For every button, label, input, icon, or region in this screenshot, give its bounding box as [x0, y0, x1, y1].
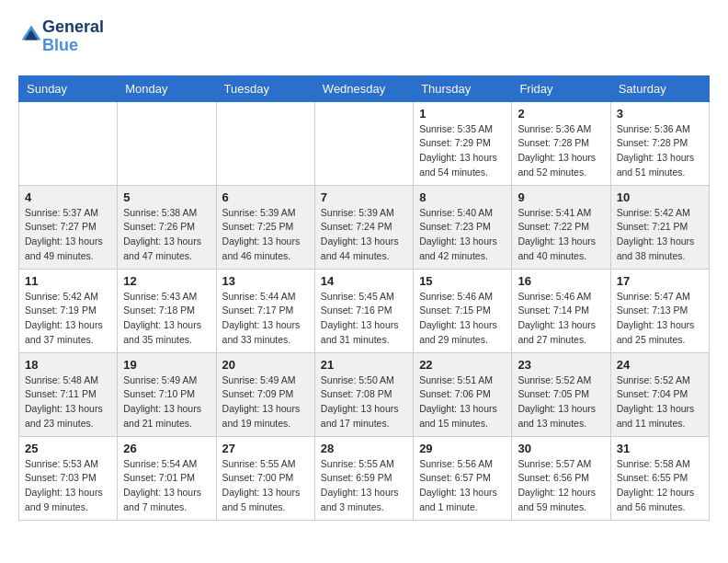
calendar-cell: 21Sunrise: 5:50 AMSunset: 7:08 PMDayligh…: [314, 352, 413, 436]
day-number: 27: [222, 442, 309, 455]
day-number: 4: [25, 190, 111, 204]
calendar-cell: 23Sunrise: 5:52 AMSunset: 7:05 PMDayligh…: [512, 352, 610, 436]
day-number: 25: [25, 442, 111, 455]
calendar-cell: 15Sunrise: 5:46 AMSunset: 7:15 PMDayligh…: [414, 269, 512, 352]
day-info: Sunrise: 5:44 AMSunset: 7:17 PMDaylight:…: [222, 290, 309, 348]
day-info: Sunrise: 5:47 AMSunset: 7:13 PMDaylight:…: [617, 290, 703, 348]
calendar-cell: 7Sunrise: 5:39 AMSunset: 7:24 PMDaylight…: [314, 185, 413, 269]
day-number: 28: [321, 442, 407, 455]
day-info: Sunrise: 5:49 AMSunset: 7:10 PMDaylight:…: [123, 373, 210, 431]
calendar-cell: [216, 101, 314, 185]
calendar-cell: 11Sunrise: 5:42 AMSunset: 7:19 PMDayligh…: [19, 269, 118, 352]
day-number: 13: [222, 274, 309, 288]
calendar-cell: 17Sunrise: 5:47 AMSunset: 7:13 PMDayligh…: [610, 269, 709, 352]
day-number: 10: [617, 190, 703, 204]
day-info: Sunrise: 5:36 AMSunset: 7:28 PMDaylight:…: [617, 122, 703, 180]
calendar-cell: 3Sunrise: 5:36 AMSunset: 7:28 PMDaylight…: [610, 101, 709, 185]
calendar-cell: 8Sunrise: 5:40 AMSunset: 7:23 PMDaylight…: [414, 185, 512, 269]
weekday-header: Thursday: [414, 75, 512, 101]
calendar-cell: 12Sunrise: 5:43 AMSunset: 7:18 PMDayligh…: [118, 269, 216, 352]
calendar-cell: [118, 101, 216, 185]
day-info: Sunrise: 5:55 AMSunset: 7:00 PMDaylight:…: [222, 457, 309, 515]
day-info: Sunrise: 5:39 AMSunset: 7:25 PMDaylight:…: [222, 206, 309, 264]
day-info: Sunrise: 5:43 AMSunset: 7:18 PMDaylight:…: [123, 290, 210, 348]
weekday-header: Tuesday: [216, 75, 314, 101]
calendar-cell: 10Sunrise: 5:42 AMSunset: 7:21 PMDayligh…: [610, 185, 709, 269]
day-info: Sunrise: 5:39 AMSunset: 7:24 PMDaylight:…: [321, 206, 407, 264]
day-info: Sunrise: 5:54 AMSunset: 7:01 PMDaylight:…: [123, 457, 210, 515]
day-info: Sunrise: 5:58 AMSunset: 6:55 PMDaylight:…: [617, 457, 703, 515]
calendar-cell: 27Sunrise: 5:55 AMSunset: 7:00 PMDayligh…: [216, 436, 314, 520]
calendar-cell: 5Sunrise: 5:38 AMSunset: 7:26 PMDaylight…: [118, 185, 216, 269]
day-number: 16: [518, 274, 604, 288]
day-info: Sunrise: 5:52 AMSunset: 7:05 PMDaylight:…: [518, 373, 604, 431]
day-number: 22: [419, 358, 506, 372]
weekday-header: Friday: [512, 75, 610, 101]
day-number: 9: [518, 190, 604, 204]
weekday-header: Monday: [118, 75, 216, 101]
day-info: Sunrise: 5:36 AMSunset: 7:28 PMDaylight:…: [518, 122, 604, 180]
logo-general: General: [42, 18, 104, 37]
day-info: Sunrise: 5:35 AMSunset: 7:29 PMDaylight:…: [419, 122, 506, 180]
day-number: 8: [419, 190, 506, 204]
day-info: Sunrise: 5:48 AMSunset: 7:11 PMDaylight:…: [25, 373, 111, 431]
day-number: 23: [518, 358, 604, 372]
day-number: 12: [123, 274, 210, 288]
day-number: 21: [321, 358, 407, 372]
calendar-cell: [19, 101, 118, 185]
day-info: Sunrise: 5:46 AMSunset: 7:14 PMDaylight:…: [518, 290, 604, 348]
day-number: 19: [123, 358, 210, 372]
calendar-cell: 1Sunrise: 5:35 AMSunset: 7:29 PMDaylight…: [414, 101, 512, 185]
calendar-cell: 14Sunrise: 5:45 AMSunset: 7:16 PMDayligh…: [314, 269, 413, 352]
day-number: 30: [518, 442, 604, 455]
day-number: 6: [222, 190, 309, 204]
calendar-cell: 28Sunrise: 5:55 AMSunset: 6:59 PMDayligh…: [314, 436, 413, 520]
calendar-cell: 29Sunrise: 5:56 AMSunset: 6:57 PMDayligh…: [414, 436, 512, 520]
day-number: 2: [518, 107, 604, 121]
day-number: 17: [617, 274, 703, 288]
weekday-header: Wednesday: [314, 75, 413, 101]
calendar-cell: 4Sunrise: 5:37 AMSunset: 7:27 PMDaylight…: [19, 185, 118, 269]
day-info: Sunrise: 5:49 AMSunset: 7:09 PMDaylight:…: [222, 373, 309, 431]
day-number: 26: [123, 442, 210, 455]
weekday-header: Saturday: [610, 75, 709, 101]
calendar-cell: 20Sunrise: 5:49 AMSunset: 7:09 PMDayligh…: [216, 352, 314, 436]
day-number: 29: [419, 442, 506, 455]
day-info: Sunrise: 5:42 AMSunset: 7:19 PMDaylight:…: [25, 290, 111, 348]
day-info: Sunrise: 5:52 AMSunset: 7:04 PMDaylight:…: [617, 373, 703, 431]
day-number: 14: [321, 274, 407, 288]
day-info: Sunrise: 5:45 AMSunset: 7:16 PMDaylight:…: [321, 290, 407, 348]
calendar-cell: 16Sunrise: 5:46 AMSunset: 7:14 PMDayligh…: [512, 269, 610, 352]
day-number: 11: [25, 274, 111, 288]
calendar-cell: 9Sunrise: 5:41 AMSunset: 7:22 PMDaylight…: [512, 185, 610, 269]
calendar-cell: 30Sunrise: 5:57 AMSunset: 6:56 PMDayligh…: [512, 436, 610, 520]
calendar-cell: 6Sunrise: 5:39 AMSunset: 7:25 PMDaylight…: [216, 185, 314, 269]
day-number: 31: [617, 442, 703, 455]
day-info: Sunrise: 5:53 AMSunset: 7:03 PMDaylight:…: [25, 457, 111, 515]
logo: General Blue: [18, 18, 104, 55]
day-number: 18: [25, 358, 111, 372]
day-info: Sunrise: 5:40 AMSunset: 7:23 PMDaylight:…: [419, 206, 506, 264]
calendar-cell: 19Sunrise: 5:49 AMSunset: 7:10 PMDayligh…: [118, 352, 216, 436]
calendar-cell: 2Sunrise: 5:36 AMSunset: 7:28 PMDaylight…: [512, 101, 610, 185]
day-info: Sunrise: 5:41 AMSunset: 7:22 PMDaylight:…: [518, 206, 604, 264]
day-info: Sunrise: 5:46 AMSunset: 7:15 PMDaylight:…: [419, 290, 506, 348]
day-info: Sunrise: 5:42 AMSunset: 7:21 PMDaylight:…: [617, 206, 703, 264]
calendar-cell: 22Sunrise: 5:51 AMSunset: 7:06 PMDayligh…: [414, 352, 512, 436]
day-number: 5: [123, 190, 210, 204]
calendar-table: SundayMondayTuesdayWednesdayThursdayFrid…: [18, 75, 710, 521]
day-info: Sunrise: 5:57 AMSunset: 6:56 PMDaylight:…: [518, 457, 604, 515]
day-number: 1: [419, 107, 506, 121]
calendar-cell: 24Sunrise: 5:52 AMSunset: 7:04 PMDayligh…: [610, 352, 709, 436]
day-number: 3: [617, 107, 703, 121]
day-number: 7: [321, 190, 407, 204]
logo-blue: Blue: [42, 36, 78, 54]
day-info: Sunrise: 5:55 AMSunset: 6:59 PMDaylight:…: [321, 457, 407, 515]
day-info: Sunrise: 5:38 AMSunset: 7:26 PMDaylight:…: [123, 206, 210, 264]
calendar-cell: 25Sunrise: 5:53 AMSunset: 7:03 PMDayligh…: [19, 436, 118, 520]
calendar-cell: 31Sunrise: 5:58 AMSunset: 6:55 PMDayligh…: [610, 436, 709, 520]
day-info: Sunrise: 5:37 AMSunset: 7:27 PMDaylight:…: [25, 206, 111, 264]
day-number: 15: [419, 274, 506, 288]
calendar-cell: 13Sunrise: 5:44 AMSunset: 7:17 PMDayligh…: [216, 269, 314, 352]
day-info: Sunrise: 5:56 AMSunset: 6:57 PMDaylight:…: [419, 457, 506, 515]
